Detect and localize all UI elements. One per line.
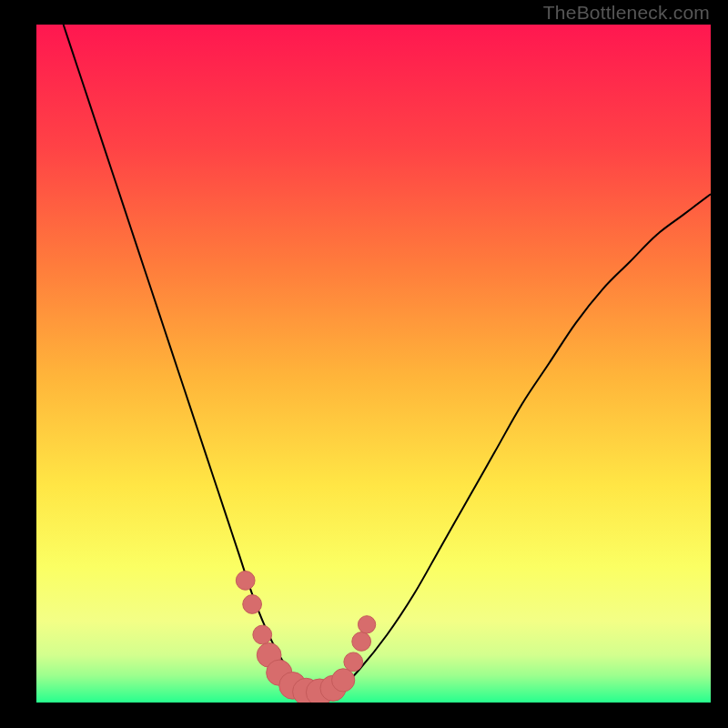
curve-marker [344, 652, 363, 672]
plot-area [36, 25, 711, 703]
curve-marker [243, 595, 262, 614]
watermark-text: TheBottleneck.com [543, 2, 710, 24]
curve-marker [253, 625, 272, 644]
curve-marker [358, 616, 375, 633]
curve-marker [236, 571, 255, 591]
bottleneck-curve [36, 25, 711, 703]
curve-path [64, 25, 711, 696]
chart-frame: TheBottleneck.com [0, 0, 728, 728]
curve-marker [352, 632, 371, 652]
curve-marker [332, 669, 355, 692]
